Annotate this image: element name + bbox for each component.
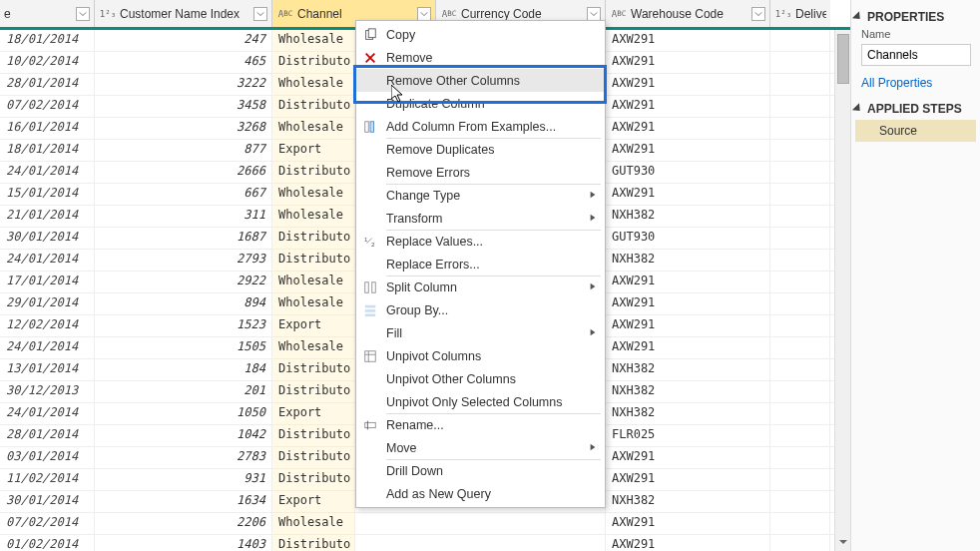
menu-rename[interactable]: Rename... [356,413,605,436]
cell-customer-index: 311 [95,206,272,227]
filter-dropdown-icon[interactable] [76,7,90,21]
header-delivery[interactable]: 1²₃ Deliver [770,0,830,27]
menu-duplicate-column[interactable]: Duplicate Column [356,92,605,115]
header-customer-index[interactable]: 1²₃ Customer Name Index [95,0,272,27]
cell-warehouse: NXH382 [606,491,770,512]
menu-label: Remove [386,51,433,65]
cell-warehouse: AXW291 [606,469,770,490]
remove-icon [362,50,378,66]
menu-label: Remove Errors [386,166,470,180]
cell-date: 24/01/2014 [0,337,95,358]
menu-label: Transform [386,212,443,226]
number-type-icon: 1²₃ [774,5,792,23]
cell-customer-index: 3222 [95,74,272,95]
cell-warehouse: NXH382 [606,381,770,402]
menu-replace-errors[interactable]: Replace Errors... [356,253,605,276]
cell-customer-index: 247 [95,30,272,51]
header-label: Warehouse Code [631,7,751,21]
replace-icon: 12 [362,234,378,250]
collapse-icon [852,11,863,22]
cell-delivery [770,206,830,227]
menu-drill-down[interactable]: Drill Down [356,459,605,482]
step-source[interactable]: Source [855,120,976,142]
cell-channel: Wholesale [272,30,355,51]
cell-delivery [770,491,830,512]
cell-warehouse: AXW291 [606,447,770,468]
menu-move[interactable]: Move [356,436,605,459]
cell-date: 11/02/2014 [0,469,95,490]
menu-fill[interactable]: Fill [356,321,605,344]
cell-warehouse: AXW291 [606,52,770,73]
cell-date: 12/02/2014 [0,315,95,336]
cell-delivery [770,272,830,292]
menu-label: Move [386,441,417,455]
add-column-icon [362,119,378,135]
cell-date: 24/01/2014 [0,162,95,183]
properties-header[interactable]: PROPERTIES [857,10,974,24]
name-label: Name [861,28,970,40]
cell-channel: Distributo [272,228,355,249]
cell-customer-index: 2206 [95,513,272,534]
cell-currency [355,535,606,551]
submenu-arrow-icon [589,212,597,226]
cell-warehouse: AXW291 [606,513,770,534]
menu-replace-values[interactable]: 12 Replace Values... [356,230,605,253]
menu-group-by[interactable]: Group By... [356,298,605,321]
cell-warehouse: AXW291 [606,118,770,139]
cell-warehouse: NXH382 [606,403,770,424]
context-menu: Copy Remove Remove Other Columns Duplica… [355,20,606,508]
menu-unpivot-other-columns[interactable]: Unpivot Other Columns [356,367,605,390]
cell-warehouse: GUT930 [606,162,770,183]
header-label: Channel [297,7,417,21]
cell-warehouse: AXW291 [606,293,770,314]
cell-delivery [770,250,830,271]
filter-dropdown-icon[interactable] [253,7,267,21]
cell-channel: Distributo [272,52,355,73]
menu-remove-other-columns[interactable]: Remove Other Columns [356,69,605,92]
scrollbar-thumb[interactable] [837,34,849,84]
header-label: Currency Code [461,7,587,21]
menu-split-column[interactable]: Split Column [356,276,605,298]
menu-unpivot-columns[interactable]: Unpivot Columns [356,344,605,367]
table-row[interactable]: 07/02/20142206WholesaleAXW291 [0,513,850,535]
menu-add-column-from-examples[interactable]: Add Column From Examples... [356,115,605,138]
menu-copy[interactable]: Copy [356,23,605,46]
menu-remove[interactable]: Remove [356,46,605,69]
menu-label: Replace Errors... [386,258,480,272]
cell-customer-index: 667 [95,184,272,205]
menu-remove-errors[interactable]: Remove Errors [356,161,605,184]
cell-warehouse: AXW291 [606,535,770,551]
table-row[interactable]: 01/02/20141403DistributoAXW291 [0,535,850,551]
text-type-icon: ABC [276,5,294,23]
cell-channel: Wholesale [272,293,355,314]
header-date[interactable]: e [0,0,95,27]
cell-delivery [770,74,830,95]
cell-delivery [770,118,830,139]
all-properties-link[interactable]: All Properties [861,76,970,90]
cell-channel: Export [272,403,355,424]
applied-steps-header[interactable]: APPLIED STEPS [857,102,974,116]
cell-customer-index: 931 [95,469,272,490]
cell-delivery [770,293,830,314]
vertical-scrollbar[interactable] [834,30,850,551]
header-warehouse[interactable]: ABC Warehouse Code [606,0,770,27]
cell-warehouse: FLR025 [606,425,770,446]
menu-remove-duplicates[interactable]: Remove Duplicates [356,138,605,161]
cell-date: 30/12/2013 [0,381,95,402]
header-label: e [4,7,76,21]
filter-dropdown-icon[interactable] [587,7,601,21]
query-name-input[interactable] [861,44,971,66]
cell-customer-index: 184 [95,359,272,380]
menu-transform[interactable]: Transform [356,207,605,230]
cell-delivery [770,359,830,380]
menu-label: Add Column From Examples... [386,120,556,134]
cell-channel: Distributo [272,162,355,183]
menu-change-type[interactable]: Change Type [356,184,605,207]
cell-channel: Export [272,315,355,336]
filter-dropdown-icon[interactable] [751,7,765,21]
scroll-down-arrow[interactable] [837,535,849,549]
menu-add-as-new-query[interactable]: Add as New Query [356,482,605,505]
cell-customer-index: 3458 [95,96,272,117]
filter-dropdown-icon[interactable] [417,7,431,21]
menu-unpivot-selected-columns[interactable]: Unpivot Only Selected Columns [356,390,605,413]
